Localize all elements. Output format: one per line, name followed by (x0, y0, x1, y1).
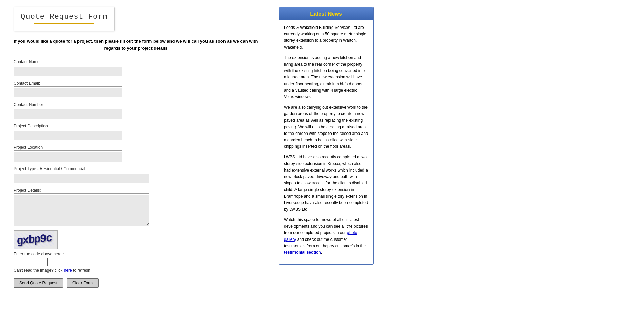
contact-number-label: Contact Number (14, 102, 122, 108)
captcha-refresh-link[interactable]: here (64, 268, 72, 273)
photo-gallery-link[interactable]: photo gallery (284, 230, 357, 242)
project-type-input[interactable] (14, 174, 149, 183)
project-location-input[interactable] (14, 152, 122, 162)
contact-email-group: Contact Email: (14, 81, 258, 97)
captcha-section: gxbp9c Enter the code above here : Can't… (14, 230, 258, 273)
captcha-refresh-prefix: Can't read the image? click (14, 268, 62, 273)
captcha-image: gxbp9c (14, 230, 58, 249)
contact-number-group: Contact Number (14, 102, 258, 119)
form-buttons: Send Quote Request Clear Form (14, 278, 258, 288)
captcha-label: Enter the code above here : (14, 252, 258, 256)
send-quote-button[interactable]: Send Quote Request (14, 278, 63, 288)
news-para-5: Watch this space for news of all our lat… (284, 217, 368, 256)
project-details-group: Project Details: (14, 188, 258, 226)
captcha-refresh-text: Can't read the image? click here to refr… (14, 268, 258, 273)
form-title-underline (34, 23, 94, 24)
latest-news-content: Leeds & Wakefield Building Services Ltd … (279, 20, 373, 264)
sidebar: Latest News Leeds & Wakefield Building S… (279, 7, 374, 291)
testimonial-link[interactable]: testimonial section (284, 250, 321, 255)
contact-name-group: Contact Name: (14, 59, 258, 76)
contact-email-label: Contact Email: (14, 81, 122, 87)
project-type-group: Project Type - Residential / Commercial (14, 166, 258, 183)
contact-name-label: Contact Name: (14, 59, 122, 65)
news-para-3: We are also carrying out extensive work … (284, 104, 368, 150)
latest-news-box: Latest News Leeds & Wakefield Building S… (279, 7, 374, 265)
form-card-title: Quote Request Form (21, 13, 108, 21)
captcha-input[interactable] (14, 258, 48, 266)
news-para-2: The extension is adding a new kitchen an… (284, 55, 368, 100)
project-location-label: Project Location (14, 145, 122, 151)
project-details-label: Project Details: (14, 188, 149, 194)
project-type-label: Project Type - Residential / Commercial (14, 166, 149, 172)
news-para-1: Leeds & Wakefield Building Services Ltd … (284, 24, 368, 51)
project-description-group: Project Description (14, 124, 258, 140)
latest-news-header: Latest News (279, 7, 373, 20)
project-location-group: Project Location (14, 145, 258, 162)
news-para-4: LWBS Ltd have also recently completed a … (284, 154, 368, 213)
project-description-input[interactable] (14, 131, 122, 140)
contact-number-input[interactable] (14, 109, 122, 119)
project-description-label: Project Description (14, 124, 122, 129)
intro-text: If you would like a quote for a project,… (14, 38, 258, 51)
clear-form-button[interactable]: Clear Form (67, 278, 99, 288)
project-details-textarea[interactable] (14, 195, 149, 226)
contact-name-input[interactable] (14, 67, 122, 76)
contact-email-input[interactable] (14, 88, 122, 97)
captcha-refresh-suffix: to refresh (73, 268, 90, 273)
captcha-text: gxbp9c (14, 230, 54, 249)
